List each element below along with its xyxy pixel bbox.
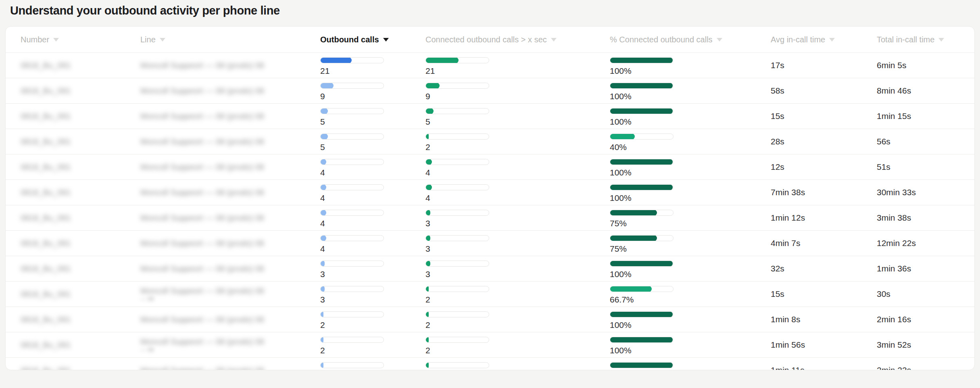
total-in-call-time-cell: 30min 33s (877, 180, 974, 205)
outbound-calls-bar (320, 362, 384, 368)
sort-caret-icon (551, 38, 557, 42)
column-header-label: Total in-call time (877, 35, 934, 44)
pct-connected-cell: 100% (610, 358, 771, 370)
outbound-calls-bar (320, 286, 384, 292)
connected-calls-bar-fill (425, 159, 432, 165)
connected-calls-bar-fill (425, 286, 429, 292)
number-redacted-text: 0818_Bu_091 (21, 238, 71, 248)
outbound-calls-cell: 4 (320, 231, 425, 256)
pct-connected-bar-fill (610, 108, 673, 114)
line-cell: Moncoll Suppeort — 08 (prodo) 08 (140, 154, 320, 179)
connected-calls-bar-fill (425, 108, 434, 114)
column-header-label: Connected outbound calls > x sec (425, 35, 547, 44)
pct-connected-bar-fill (610, 311, 673, 317)
line-cell: Moncoll Suppeort — 08 (prodo) 08 — 08 (140, 282, 320, 307)
line-redacted-text: Moncoll Suppeort — 08 (prodo) 08 (140, 188, 264, 197)
sort-caret-icon (717, 38, 722, 42)
connected-calls-value: 4 (425, 193, 610, 203)
total-in-call-time-cell: 51s (877, 154, 974, 179)
line-cell: Moncoll Suppeort — 08 (prodo) 08 — 08 (140, 332, 320, 357)
table-row: 0818_Bu_091 Moncoll Suppeort — 08 (prodo… (6, 129, 974, 154)
outbound-calls-cell: 4 (320, 154, 425, 179)
table-row: 0818_Bu_091 Moncoll Suppeort — 08 (prodo… (6, 282, 974, 307)
number-cell: 0818_Bu_091 (21, 332, 140, 357)
outbound-calls-bar-fill (320, 362, 323, 368)
sort-caret-icon (829, 38, 835, 42)
number-redacted-text: 0818_Bu_091 (21, 289, 71, 299)
pct-connected-cell: 66.7% (610, 282, 771, 307)
line-redacted-text: Moncoll Suppeort — 08 (prodo) 08 (140, 111, 264, 121)
line-cell: Moncoll Suppeort — 08 (prodo) 08 (140, 78, 320, 103)
line-redacted-subtext: — 08 (140, 296, 264, 302)
line-redacted-subtext: — 08 (140, 346, 264, 353)
avg-in-call-time-cell: 7min 38s (771, 180, 877, 205)
table-row: 0818_Bu_091 Moncoll Suppeort — 08 (prodo… (6, 205, 974, 231)
connected-calls-cell: 2 (425, 129, 610, 154)
outbound-calls-cell: 21 (320, 53, 425, 78)
column-header-pct-connected[interactable]: % Connected outbound calls (610, 35, 771, 44)
outbound-calls-bar (320, 108, 384, 114)
connected-calls-bar-fill (425, 235, 430, 241)
number-redacted-text: 0818_Bu_091 (21, 60, 71, 70)
outbound-calls-bar-fill (320, 235, 326, 241)
line-redacted-text: Moncoll Suppeort — 08 (prodo) 08 (140, 315, 264, 324)
avg-in-call-time-cell: 1min 11s (771, 358, 877, 370)
connected-calls-bar (425, 235, 489, 241)
connected-calls-bar-fill (425, 134, 429, 140)
column-header-outbound-calls[interactable]: Outbound calls (320, 35, 425, 44)
outbound-calls-bar-fill (320, 108, 328, 114)
connected-calls-cell: 3 (425, 205, 610, 230)
page-title: Understand your outbound activity per ph… (10, 4, 280, 17)
line-cell: Moncoll Suppeort — 08 (prodo) 08 (140, 256, 320, 281)
number-redacted-text: 0818_Bu_091 (21, 162, 71, 172)
avg-in-call-time-cell: 4min 7s (771, 231, 877, 256)
outbound-calls-cell: 2 (320, 358, 425, 370)
pct-connected-bar (610, 57, 673, 63)
outbound-calls-bar (320, 159, 384, 165)
pct-connected-bar (610, 159, 673, 165)
pct-connected-bar (610, 134, 673, 140)
outbound-calls-cell: 5 (320, 129, 425, 154)
sort-caret-icon (383, 38, 389, 42)
column-header-avg-in-call-time[interactable]: Avg in-call time (771, 35, 877, 44)
line-redacted-text: Moncoll Suppeort — 08 (prodo) 08 (140, 86, 264, 96)
pct-connected-bar-fill (610, 286, 652, 292)
pct-connected-cell: 100% (610, 53, 771, 78)
number-cell: 0818_Bu_091 (21, 53, 140, 78)
total-in-call-time-cell: 30s (877, 282, 974, 307)
connected-calls-value: 2 (425, 142, 610, 152)
line-redacted-text: Moncoll Suppeort — 08 (prodo) 08 (140, 337, 264, 346)
column-header-line[interactable]: Line (140, 35, 320, 44)
total-in-call-time-cell: 2min 23s (877, 358, 974, 370)
outbound-calls-value: 4 (320, 193, 425, 203)
connected-calls-bar-fill (425, 184, 432, 190)
number-cell: 0818_Bu_091 (21, 231, 140, 256)
pct-connected-bar-fill (610, 362, 673, 368)
column-header-connected-outbound-calls[interactable]: Connected outbound calls > x sec (425, 35, 610, 44)
sort-caret-icon (938, 38, 944, 42)
pct-connected-cell: 100% (610, 154, 771, 179)
pct-connected-cell: 100% (610, 104, 771, 129)
outbound-calls-bar-fill (320, 337, 323, 343)
number-redacted-text: 0818_Bu_091 (21, 365, 71, 370)
pct-connected-bar-fill (610, 134, 635, 140)
column-header-total-in-call-time[interactable]: Total in-call time (877, 35, 974, 44)
outbound-calls-bar (320, 184, 384, 190)
pct-connected-value: 66.7% (610, 295, 771, 305)
table-card: Number Line Outbound calls Connected out… (5, 26, 975, 370)
table-row: 0818_Bu_091 Moncoll Suppeort — 08 (prodo… (6, 104, 974, 129)
avg-in-call-time-cell: 1min 56s (771, 332, 877, 357)
line-redacted-text: Moncoll Suppeort — 08 (prodo) 08 (140, 213, 264, 223)
table-row: 0818_Bu_091 Moncoll Suppeort — 08 (prodo… (6, 53, 974, 78)
connected-calls-cell: 2 (425, 307, 610, 332)
connected-calls-cell: 4 (425, 154, 610, 179)
pct-connected-value: 100% (610, 269, 771, 279)
outbound-calls-value: 9 (320, 92, 425, 101)
column-header-label: Line (140, 35, 156, 44)
connected-calls-value: 3 (425, 244, 610, 254)
outbound-calls-bar (320, 83, 384, 89)
outbound-calls-bar (320, 311, 384, 317)
number-redacted-text: 0818_Bu_091 (21, 137, 71, 146)
connected-calls-value: 2 (425, 295, 610, 305)
column-header-number[interactable]: Number (21, 35, 140, 44)
